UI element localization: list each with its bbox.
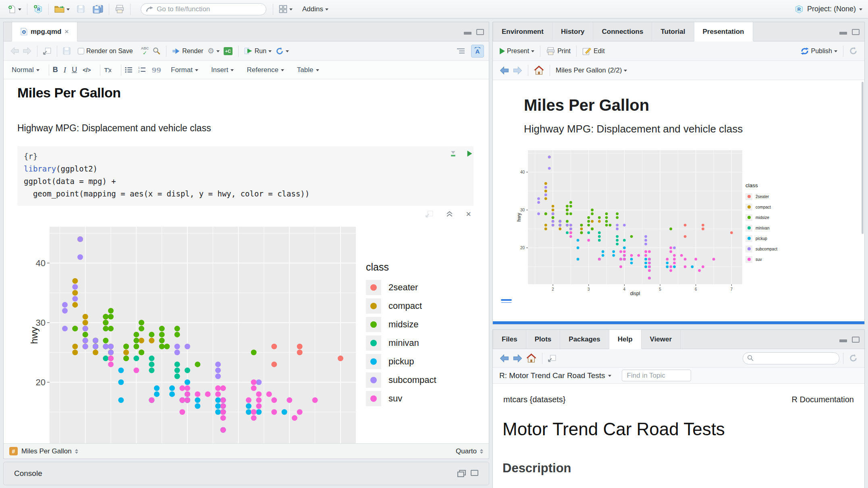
- topic-selector[interactable]: R: Motor Trend Car Road Tests: [499, 371, 611, 380]
- save-button[interactable]: [75, 4, 87, 14]
- help-document[interactable]: mtcars {datasets} R Documentation Motor …: [493, 384, 864, 488]
- tab-packages[interactable]: Packages: [560, 330, 609, 349]
- help-search[interactable]: [743, 352, 839, 364]
- code-chunk[interactable]: {r} library(ggplot2) ggplot(data = mpg) …: [17, 146, 473, 206]
- refresh-button[interactable]: [847, 45, 860, 56]
- new-file-button[interactable]: [6, 4, 23, 14]
- minimize-icon[interactable]: [464, 29, 471, 35]
- underline-button[interactable]: U: [72, 66, 77, 74]
- project-menu[interactable]: R Project: (None): [794, 4, 862, 14]
- slide-menu-icon[interactable]: [501, 299, 512, 303]
- slide-forward-button[interactable]: [511, 65, 524, 76]
- numbered-list-button[interactable]: 12: [138, 67, 146, 73]
- help-refresh-button[interactable]: [847, 353, 860, 364]
- outline-button[interactable]: [455, 47, 467, 55]
- tab-help[interactable]: Help: [609, 330, 642, 349]
- outline-selector[interactable]: Miles Per Gallon: [21, 447, 72, 455]
- help-back-button[interactable]: [498, 353, 511, 364]
- save-all-button[interactable]: [91, 4, 105, 15]
- run-chunk-icon[interactable]: [466, 150, 473, 157]
- save-button[interactable]: [61, 46, 73, 56]
- back-button[interactable]: [8, 46, 21, 56]
- run-button[interactable]: Run: [242, 46, 274, 56]
- paragraph-style-select[interactable]: Normal: [12, 66, 39, 74]
- bullet-list-button[interactable]: [125, 67, 133, 73]
- edit-button[interactable]: Edit: [580, 46, 607, 56]
- insert-chunk-button[interactable]: +C: [222, 46, 235, 56]
- tab-mpg-qmd[interactable]: mpg.qmd ×: [12, 22, 77, 41]
- insert-menu[interactable]: Insert: [211, 66, 234, 74]
- slide-selector[interactable]: Miles Per Gallon (2/2): [554, 65, 629, 76]
- forward-button[interactable]: [21, 46, 33, 56]
- forward-icon: [513, 66, 522, 74]
- console-pane[interactable]: Console: [3, 462, 489, 485]
- tab-viewer[interactable]: Viewer: [642, 330, 681, 349]
- legend-key-icon: [745, 235, 752, 242]
- help-forward-button[interactable]: [511, 353, 524, 364]
- goto-file-search[interactable]: [141, 3, 266, 15]
- run-chunks-above-icon[interactable]: [450, 150, 457, 157]
- slide-preview[interactable]: Miles Per Gallon Highway MPG: Displaceme…: [493, 80, 864, 303]
- maximize-icon[interactable]: [476, 29, 484, 35]
- minimize-icon[interactable]: [839, 337, 847, 343]
- find-button[interactable]: [151, 46, 162, 56]
- tab-connections[interactable]: Connections: [593, 22, 652, 41]
- tab-presentation[interactable]: Presentation: [694, 22, 753, 41]
- find-in-topic-input[interactable]: [622, 370, 691, 381]
- document-canvas[interactable]: Miles Per Gallon Highway MPG: Displaceme…: [4, 79, 489, 444]
- tab-environment[interactable]: Environment: [493, 22, 552, 41]
- present-button[interactable]: Present: [498, 46, 536, 56]
- maximize-icon[interactable]: [852, 29, 860, 35]
- italic-button[interactable]: I: [64, 66, 66, 74]
- tab-history[interactable]: History: [552, 22, 594, 41]
- slide-home-button[interactable]: [532, 64, 546, 76]
- workspace-panes-button[interactable]: [277, 4, 295, 14]
- chunk-toolbar: [450, 150, 473, 157]
- tab-files[interactable]: Files: [493, 330, 526, 349]
- code-icon: </>: [83, 67, 91, 73]
- legend-dot: [370, 303, 377, 309]
- popout-button[interactable]: [41, 46, 53, 56]
- render-button[interactable]: Render: [170, 46, 205, 56]
- run-icon: [244, 48, 253, 54]
- render-on-save-checkbox[interactable]: Render on Save: [76, 46, 135, 56]
- table-menu[interactable]: Table: [297, 66, 319, 74]
- render-on-save-label: Render on Save: [86, 48, 133, 55]
- format-toolbar: Normal B I U </> T 12 99 Format Insert R…: [4, 61, 489, 79]
- rerun-button[interactable]: [274, 46, 291, 56]
- maximize-icon[interactable]: [471, 470, 478, 476]
- addins-button[interactable]: Addins: [300, 4, 330, 14]
- visual-mode-toggle[interactable]: A: [471, 45, 484, 58]
- spellcheck-button[interactable]: ABC ✓: [139, 45, 151, 57]
- popout-button[interactable]: [546, 354, 558, 363]
- publish-button[interactable]: Publish: [798, 46, 839, 56]
- blockquote-button[interactable]: 99: [152, 66, 161, 74]
- print-button[interactable]: Print: [544, 46, 573, 56]
- restore-icon[interactable]: [457, 470, 466, 477]
- home-icon: [526, 354, 536, 363]
- tab-plots[interactable]: Plots: [526, 330, 561, 349]
- mode-selector[interactable]: Quarto: [456, 447, 477, 455]
- new-project-button[interactable]: R: [31, 3, 45, 15]
- checkbox-icon[interactable]: [78, 48, 84, 54]
- popout-icon[interactable]: [426, 211, 433, 217]
- help-search-input[interactable]: [757, 355, 829, 362]
- render-options-button[interactable]: ⚙: [206, 45, 222, 57]
- reference-menu[interactable]: Reference: [247, 66, 284, 74]
- bold-button[interactable]: B: [53, 66, 58, 74]
- slide-back-button[interactable]: [498, 65, 511, 76]
- code-button[interactable]: </>: [83, 67, 91, 73]
- clear-format-button[interactable]: T: [104, 66, 112, 73]
- open-file-button[interactable]: [52, 4, 72, 14]
- close-output-icon[interactable]: ×: [466, 211, 471, 217]
- help-home-button[interactable]: [524, 352, 538, 364]
- format-menu[interactable]: Format: [171, 66, 198, 74]
- collapse-output-icon[interactable]: [446, 211, 453, 217]
- maximize-icon[interactable]: [852, 337, 860, 343]
- close-icon[interactable]: ×: [65, 28, 69, 36]
- minimize-icon[interactable]: [839, 29, 847, 35]
- scrollbar[interactable]: [862, 82, 864, 234]
- goto-file-input[interactable]: [157, 5, 253, 13]
- tab-tutorial[interactable]: Tutorial: [652, 22, 694, 41]
- print-button[interactable]: [113, 4, 127, 14]
